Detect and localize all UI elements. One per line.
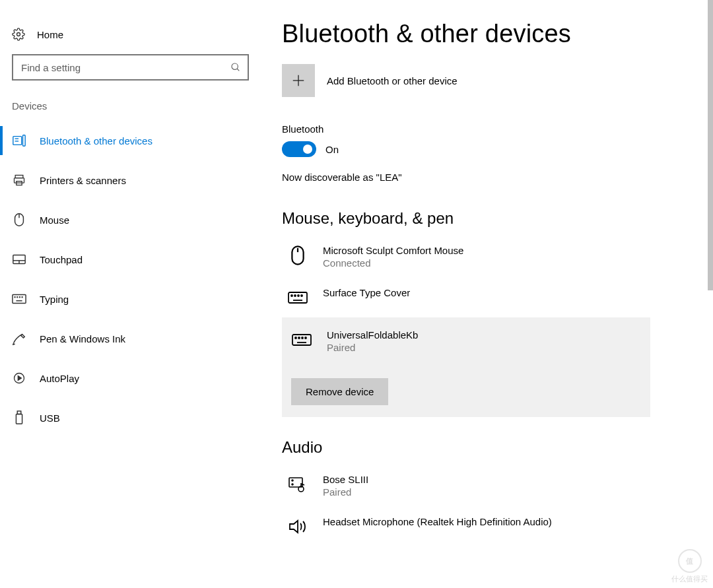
sidebar-item-label: USB: [40, 412, 60, 424]
sidebar-item-mouse[interactable]: Mouse: [0, 200, 261, 240]
svg-rect-35: [292, 335, 311, 345]
device-item[interactable]: Headset Microphone (Realtek High Definit…: [282, 507, 687, 546]
sidebar-item-label: Bluetooth & other devices: [40, 135, 153, 147]
svg-rect-8: [15, 178, 24, 183]
svg-rect-29: [289, 292, 307, 303]
plus-icon: [282, 64, 315, 97]
device-status: Paired: [327, 342, 418, 353]
printer-icon: [12, 174, 26, 187]
svg-line-2: [237, 69, 239, 71]
speaker-icon: [287, 516, 308, 537]
bluetooth-state: On: [325, 144, 339, 155]
audio-device-icon: [287, 474, 308, 495]
svg-point-19: [22, 297, 22, 298]
keyboard-icon: [291, 329, 312, 350]
usb-icon: [12, 410, 26, 425]
device-status: Connected: [323, 257, 463, 269]
scrollbar[interactable]: [708, 0, 713, 290]
sidebar-item-label: Pen & Windows Ink: [40, 333, 125, 344]
device-name: Headset Microphone (Realtek High Definit…: [323, 516, 552, 527]
add-device-button[interactable]: Add Bluetooth or other device: [282, 64, 687, 97]
keyboard-icon: [12, 294, 26, 304]
svg-rect-41: [289, 478, 302, 487]
search-field[interactable]: [21, 62, 230, 73]
sidebar-item-touchpad[interactable]: Touchpad: [0, 240, 261, 279]
device-item[interactable]: Bose SLIII Paired: [282, 465, 687, 507]
svg-point-43: [292, 484, 293, 485]
device-name: Microsoft Sculpt Comfort Mouse: [323, 245, 463, 256]
svg-point-18: [19, 297, 20, 298]
home-label: Home: [37, 29, 63, 40]
svg-rect-3: [13, 137, 22, 145]
sidebar-item-label: AutoPlay: [40, 373, 79, 384]
touchpad-icon: [12, 253, 26, 265]
svg-marker-45: [290, 521, 298, 533]
svg-rect-24: [16, 414, 22, 424]
watermark: 值 什么值得买: [671, 549, 708, 584]
device-name: Surface Type Cover: [323, 287, 410, 298]
page-title: Bluetooth & other devices: [282, 20, 687, 48]
svg-rect-15: [13, 295, 26, 304]
svg-point-32: [298, 295, 299, 296]
discoverable-text: Now discoverable as "LEA": [282, 172, 687, 183]
sidebar-item-label: Typing: [40, 294, 69, 305]
device-item[interactable]: Microsoft Sculpt Comfort Mouse Connected: [282, 236, 687, 278]
mouse-icon: [287, 245, 308, 266]
svg-point-30: [291, 295, 292, 296]
add-device-label: Add Bluetooth or other device: [327, 75, 458, 86]
bluetooth-label: Bluetooth: [282, 123, 687, 135]
svg-point-16: [15, 297, 15, 298]
pen-icon: [12, 332, 26, 345]
sidebar-item-label: Touchpad: [40, 254, 83, 265]
sidebar-section-title: Devices: [0, 95, 261, 121]
svg-point-0: [17, 33, 20, 36]
svg-point-17: [17, 297, 18, 298]
sidebar-item-autoplay[interactable]: AutoPlay: [0, 358, 261, 398]
svg-point-31: [294, 295, 296, 296]
search-input[interactable]: [12, 54, 249, 81]
remove-device-button[interactable]: Remove device: [291, 378, 388, 405]
home-button[interactable]: Home: [0, 21, 261, 48]
svg-point-36: [295, 337, 296, 339]
keyboard-icon: [287, 287, 308, 308]
device-item[interactable]: Surface Type Cover: [282, 278, 687, 317]
group-title-input: Mouse, keyboard, & pen: [282, 209, 687, 228]
device-name: UniversalFoldableKb: [327, 329, 418, 341]
device-status: Paired: [323, 486, 368, 498]
svg-rect-4: [23, 135, 26, 147]
sidebar-item-typing[interactable]: Typing: [0, 279, 261, 319]
mouse-icon: [12, 212, 26, 227]
sidebar-item-pen[interactable]: Pen & Windows Ink: [0, 319, 261, 358]
svg-point-42: [292, 480, 293, 481]
device-name: Bose SLIII: [323, 474, 368, 485]
sidebar-item-label: Mouse: [40, 214, 69, 226]
autoplay-icon: [12, 372, 26, 385]
svg-point-38: [302, 337, 303, 339]
svg-point-1: [232, 63, 238, 69]
sidebar-item-label: Printers & scanners: [40, 175, 126, 186]
search-icon: [230, 62, 241, 73]
device-item-selected[interactable]: UniversalFoldableKb Paired Remove device: [282, 317, 650, 417]
svg-point-37: [298, 337, 300, 339]
bluetooth-devices-icon: [12, 133, 26, 148]
main-content: Bluetooth & other devices Add Bluetooth …: [261, 0, 713, 588]
svg-point-39: [305, 337, 306, 339]
sidebar-item-usb[interactable]: USB: [0, 398, 261, 438]
gear-icon: [12, 28, 25, 41]
group-title-audio: Audio: [282, 438, 687, 457]
svg-point-33: [301, 295, 302, 296]
sidebar-item-printers[interactable]: Printers & scanners: [0, 160, 261, 200]
sidebar-item-bluetooth[interactable]: Bluetooth & other devices: [0, 121, 261, 160]
bluetooth-toggle[interactable]: [282, 141, 316, 157]
sidebar: Home Devices Bluetooth & other device: [0, 0, 261, 588]
svg-marker-22: [18, 376, 21, 381]
